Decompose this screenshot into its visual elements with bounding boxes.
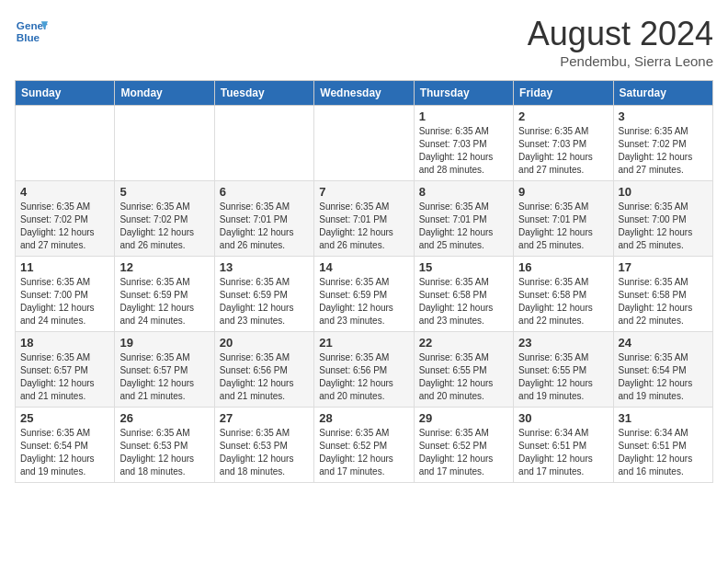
calendar-cell [314,106,414,181]
calendar-cell: 9Sunrise: 6:35 AMSunset: 7:01 PMDaylight… [514,181,613,257]
day-info: Sunrise: 6:35 AMSunset: 6:54 PMDaylight:… [619,351,708,403]
day-number: 30 [518,411,608,425]
calendar-cell: 18Sunrise: 6:35 AMSunset: 6:57 PMDayligh… [16,332,115,408]
calendar-cell [16,106,115,181]
day-number: 16 [518,260,608,274]
day-info: Sunrise: 6:35 AMSunset: 6:57 PMDaylight:… [20,351,109,403]
day-number: 14 [319,260,408,274]
calendar-week-3: 11Sunrise: 6:35 AMSunset: 7:00 PMDayligh… [16,257,713,332]
day-number: 22 [419,336,508,350]
day-number: 15 [419,260,508,274]
day-info: Sunrise: 6:35 AMSunset: 6:58 PMDaylight:… [419,276,508,327]
day-of-week-thursday: Thursday [414,81,513,106]
day-number: 31 [619,411,708,425]
day-number: 10 [619,185,708,199]
day-number: 21 [319,336,408,350]
day-number: 27 [220,411,309,425]
day-number: 20 [220,336,309,350]
calendar-cell: 6Sunrise: 6:35 AMSunset: 7:01 PMDaylight… [214,181,313,257]
calendar-cell: 30Sunrise: 6:34 AMSunset: 6:51 PMDayligh… [514,408,613,483]
calendar-week-1: 1Sunrise: 6:35 AMSunset: 7:03 PMDaylight… [16,106,713,181]
day-number: 1 [419,109,508,123]
calendar-cell: 31Sunrise: 6:34 AMSunset: 6:51 PMDayligh… [613,408,712,483]
day-number: 2 [518,109,608,123]
day-number: 9 [518,185,608,199]
calendar-cell: 16Sunrise: 6:35 AMSunset: 6:58 PMDayligh… [514,257,613,332]
day-of-week-sunday: Sunday [16,81,115,106]
calendar-cell [214,106,313,181]
day-info: Sunrise: 6:34 AMSunset: 6:51 PMDaylight:… [518,427,608,478]
logo: General Blue [15,15,48,48]
calendar-cell: 1Sunrise: 6:35 AMSunset: 7:03 PMDaylight… [414,106,513,181]
calendar-header-row: SundayMondayTuesdayWednesdayThursdayFrid… [16,81,713,106]
calendar-cell: 10Sunrise: 6:35 AMSunset: 7:00 PMDayligh… [613,181,712,257]
calendar-cell: 29Sunrise: 6:35 AMSunset: 6:52 PMDayligh… [414,408,513,483]
calendar-cell: 13Sunrise: 6:35 AMSunset: 6:59 PMDayligh… [214,257,313,332]
calendar-cell: 23Sunrise: 6:35 AMSunset: 6:55 PMDayligh… [514,332,613,408]
day-info: Sunrise: 6:35 AMSunset: 7:00 PMDaylight:… [20,276,109,327]
calendar-cell: 19Sunrise: 6:35 AMSunset: 6:57 PMDayligh… [115,332,214,408]
day-of-week-wednesday: Wednesday [314,81,414,106]
day-number: 11 [20,260,109,274]
calendar-cell: 25Sunrise: 6:35 AMSunset: 6:54 PMDayligh… [16,408,115,483]
day-info: Sunrise: 6:35 AMSunset: 7:01 PMDaylight:… [419,201,508,252]
calendar-cell: 11Sunrise: 6:35 AMSunset: 7:00 PMDayligh… [16,257,115,332]
logo-icon: General Blue [15,15,48,48]
location-subtitle: Pendembu, Sierra Leone [528,53,713,69]
month-title: August 2024 [528,15,713,53]
day-number: 7 [319,185,408,199]
day-info: Sunrise: 6:35 AMSunset: 6:56 PMDaylight:… [319,351,408,403]
day-of-week-monday: Monday [115,81,214,106]
calendar-cell: 8Sunrise: 6:35 AMSunset: 7:01 PMDaylight… [414,181,513,257]
day-number: 25 [20,411,109,425]
day-info: Sunrise: 6:35 AMSunset: 7:03 PMDaylight:… [419,125,508,177]
calendar-cell [115,106,214,181]
calendar-cell: 20Sunrise: 6:35 AMSunset: 6:56 PMDayligh… [214,332,313,408]
day-number: 12 [119,260,209,274]
day-number: 8 [419,185,508,199]
day-number: 24 [619,336,708,350]
day-info: Sunrise: 6:35 AMSunset: 6:58 PMDaylight:… [619,276,708,327]
calendar-table: SundayMondayTuesdayWednesdayThursdayFrid… [15,80,713,483]
calendar-cell: 5Sunrise: 6:35 AMSunset: 7:02 PMDaylight… [115,181,214,257]
title-area: August 2024 Pendembu, Sierra Leone [528,15,713,69]
calendar-cell: 28Sunrise: 6:35 AMSunset: 6:52 PMDayligh… [314,408,414,483]
day-number: 28 [319,411,408,425]
calendar-header: General Blue August 2024 Pendembu, Sierr… [15,15,713,69]
day-of-week-friday: Friday [514,81,613,106]
day-number: 26 [119,411,209,425]
calendar-cell: 26Sunrise: 6:35 AMSunset: 6:53 PMDayligh… [115,408,214,483]
day-number: 13 [220,260,309,274]
calendar-cell: 7Sunrise: 6:35 AMSunset: 7:01 PMDaylight… [314,181,414,257]
day-info: Sunrise: 6:35 AMSunset: 7:00 PMDaylight:… [619,201,708,252]
day-info: Sunrise: 6:35 AMSunset: 6:59 PMDaylight:… [119,276,209,327]
day-info: Sunrise: 6:35 AMSunset: 6:56 PMDaylight:… [220,351,309,403]
calendar-cell: 15Sunrise: 6:35 AMSunset: 6:58 PMDayligh… [414,257,513,332]
day-info: Sunrise: 6:35 AMSunset: 6:52 PMDaylight:… [319,427,408,478]
day-info: Sunrise: 6:35 AMSunset: 7:02 PMDaylight:… [20,201,109,252]
day-of-week-saturday: Saturday [613,81,712,106]
day-info: Sunrise: 6:35 AMSunset: 6:55 PMDaylight:… [518,351,608,403]
day-info: Sunrise: 6:35 AMSunset: 6:54 PMDaylight:… [20,427,109,478]
calendar-week-5: 25Sunrise: 6:35 AMSunset: 6:54 PMDayligh… [16,408,713,483]
calendar-week-2: 4Sunrise: 6:35 AMSunset: 7:02 PMDaylight… [16,181,713,257]
day-number: 23 [518,336,608,350]
day-of-week-tuesday: Tuesday [214,81,313,106]
day-info: Sunrise: 6:35 AMSunset: 7:02 PMDaylight:… [619,125,708,177]
day-info: Sunrise: 6:35 AMSunset: 6:58 PMDaylight:… [518,276,608,327]
calendar-cell: 12Sunrise: 6:35 AMSunset: 6:59 PMDayligh… [115,257,214,332]
calendar-cell: 17Sunrise: 6:35 AMSunset: 6:58 PMDayligh… [613,257,712,332]
calendar-cell: 2Sunrise: 6:35 AMSunset: 7:03 PMDaylight… [514,106,613,181]
day-info: Sunrise: 6:35 AMSunset: 7:03 PMDaylight:… [518,125,608,177]
day-info: Sunrise: 6:35 AMSunset: 7:01 PMDaylight:… [220,201,309,252]
calendar-cell: 24Sunrise: 6:35 AMSunset: 6:54 PMDayligh… [613,332,712,408]
day-info: Sunrise: 6:35 AMSunset: 6:52 PMDaylight:… [419,427,508,478]
day-number: 18 [20,336,109,350]
calendar-cell: 22Sunrise: 6:35 AMSunset: 6:55 PMDayligh… [414,332,513,408]
calendar-cell: 4Sunrise: 6:35 AMSunset: 7:02 PMDaylight… [16,181,115,257]
day-info: Sunrise: 6:34 AMSunset: 6:51 PMDaylight:… [619,427,708,478]
day-info: Sunrise: 6:35 AMSunset: 6:59 PMDaylight:… [319,276,408,327]
day-number: 5 [119,185,209,199]
calendar-cell: 21Sunrise: 6:35 AMSunset: 6:56 PMDayligh… [314,332,414,408]
svg-text:Blue: Blue [17,31,40,43]
